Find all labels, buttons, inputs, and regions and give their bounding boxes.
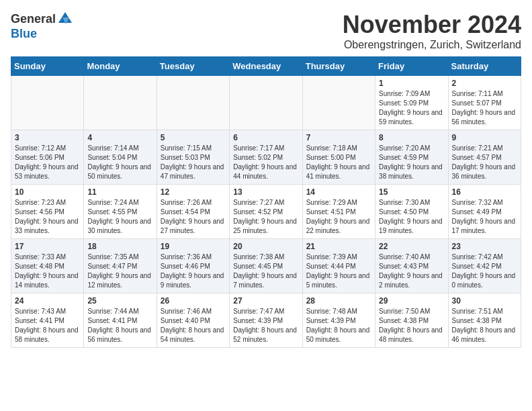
day-info: Sunrise: 7:35 AM Sunset: 4:47 PM Dayligh… <box>87 253 152 290</box>
day-number: 28 <box>306 296 371 306</box>
day-number: 4 <box>87 133 152 142</box>
day-info: Sunrise: 7:26 AM Sunset: 4:54 PM Dayligh… <box>161 198 226 236</box>
day-info: Sunrise: 7:17 AM Sunset: 5:02 PM Dayligh… <box>233 144 298 181</box>
calendar-cell <box>11 76 84 130</box>
calendar-header-row: SundayMondayTuesdayWednesdayThursdayFrid… <box>11 57 521 76</box>
weekday-header-thursday: Thursday <box>302 57 375 76</box>
calendar-cell: 1Sunrise: 7:09 AM Sunset: 5:09 PM Daylig… <box>375 76 448 130</box>
calendar-cell: 24Sunrise: 7:43 AM Sunset: 4:41 PM Dayli… <box>11 293 84 348</box>
calendar-cell: 4Sunrise: 7:14 AM Sunset: 5:04 PM Daylig… <box>84 130 157 185</box>
day-number: 21 <box>306 242 371 251</box>
day-number: 17 <box>15 242 80 251</box>
calendar-week-row: 17Sunrise: 7:33 AM Sunset: 4:48 PM Dayli… <box>11 239 521 293</box>
day-number: 25 <box>87 296 152 306</box>
day-number: 9 <box>452 133 517 142</box>
calendar-cell: 27Sunrise: 7:47 AM Sunset: 4:39 PM Dayli… <box>230 293 302 348</box>
calendar-cell: 3Sunrise: 7:12 AM Sunset: 5:06 PM Daylig… <box>11 130 84 185</box>
calendar-cell: 9Sunrise: 7:21 AM Sunset: 4:57 PM Daylig… <box>448 130 521 185</box>
day-number: 12 <box>161 187 226 197</box>
calendar-cell: 25Sunrise: 7:44 AM Sunset: 4:41 PM Dayli… <box>84 293 157 348</box>
day-number: 13 <box>233 187 298 197</box>
day-number: 10 <box>15 187 80 197</box>
day-number: 3 <box>15 133 80 142</box>
weekday-header-tuesday: Tuesday <box>157 57 229 76</box>
day-info: Sunrise: 7:38 AM Sunset: 4:45 PM Dayligh… <box>233 253 298 290</box>
calendar-cell: 7Sunrise: 7:18 AM Sunset: 5:00 PM Daylig… <box>302 130 375 185</box>
calendar-week-row: 10Sunrise: 7:23 AM Sunset: 4:56 PM Dayli… <box>11 185 521 239</box>
day-info: Sunrise: 7:20 AM Sunset: 4:59 PM Dayligh… <box>379 144 444 181</box>
weekday-header-saturday: Saturday <box>448 57 521 76</box>
weekday-header-friday: Friday <box>375 57 448 76</box>
day-info: Sunrise: 7:33 AM Sunset: 4:48 PM Dayligh… <box>15 253 80 290</box>
day-number: 14 <box>306 187 371 197</box>
day-number: 15 <box>379 187 444 197</box>
day-info: Sunrise: 7:15 AM Sunset: 5:03 PM Dayligh… <box>161 144 226 181</box>
day-number: 8 <box>379 133 444 142</box>
day-info: Sunrise: 7:09 AM Sunset: 5:09 PM Dayligh… <box>379 89 444 127</box>
day-info: Sunrise: 7:32 AM Sunset: 4:49 PM Dayligh… <box>452 198 517 236</box>
day-number: 7 <box>306 133 371 142</box>
day-info: Sunrise: 7:12 AM Sunset: 5:06 PM Dayligh… <box>15 144 80 181</box>
calendar-cell: 8Sunrise: 7:20 AM Sunset: 4:59 PM Daylig… <box>375 130 448 185</box>
page-header: General Blue November 2024 Oberengstring… <box>11 11 521 51</box>
day-number: 19 <box>161 242 226 251</box>
day-number: 23 <box>452 242 517 251</box>
day-info: Sunrise: 7:40 AM Sunset: 4:43 PM Dayligh… <box>379 253 444 290</box>
day-info: Sunrise: 7:11 AM Sunset: 5:07 PM Dayligh… <box>452 89 517 127</box>
calendar-cell: 22Sunrise: 7:40 AM Sunset: 4:43 PM Dayli… <box>375 239 448 293</box>
day-info: Sunrise: 7:23 AM Sunset: 4:56 PM Dayligh… <box>15 198 80 236</box>
calendar-cell <box>84 76 157 130</box>
calendar-cell: 17Sunrise: 7:33 AM Sunset: 4:48 PM Dayli… <box>11 239 84 293</box>
day-info: Sunrise: 7:18 AM Sunset: 5:00 PM Dayligh… <box>306 144 371 181</box>
day-number: 30 <box>452 296 517 306</box>
calendar-cell: 30Sunrise: 7:51 AM Sunset: 4:38 PM Dayli… <box>448 293 521 348</box>
calendar-table: SundayMondayTuesdayWednesdayThursdayFrid… <box>11 56 521 348</box>
day-info: Sunrise: 7:27 AM Sunset: 4:52 PM Dayligh… <box>233 198 298 236</box>
day-number: 24 <box>15 296 80 306</box>
day-info: Sunrise: 7:24 AM Sunset: 4:55 PM Dayligh… <box>87 198 152 236</box>
calendar-cell: 18Sunrise: 7:35 AM Sunset: 4:47 PM Dayli… <box>84 239 157 293</box>
day-number: 20 <box>233 242 298 251</box>
logo-general-text: General <box>11 12 56 26</box>
day-info: Sunrise: 7:36 AM Sunset: 4:46 PM Dayligh… <box>161 253 226 290</box>
logo: General Blue <box>11 11 73 41</box>
title-block: November 2024 Oberengstringen, Zurich, S… <box>343 11 521 51</box>
weekday-header-monday: Monday <box>84 57 157 76</box>
day-number: 26 <box>161 296 226 306</box>
day-number: 16 <box>452 187 517 197</box>
calendar-cell: 12Sunrise: 7:26 AM Sunset: 4:54 PM Dayli… <box>157 185 229 239</box>
calendar-cell: 23Sunrise: 7:42 AM Sunset: 4:42 PM Dayli… <box>448 239 521 293</box>
calendar-cell: 19Sunrise: 7:36 AM Sunset: 4:46 PM Dayli… <box>157 239 229 293</box>
day-number: 2 <box>452 79 517 88</box>
logo-icon <box>57 11 73 27</box>
calendar-cell: 21Sunrise: 7:39 AM Sunset: 4:44 PM Dayli… <box>302 239 375 293</box>
calendar-cell: 11Sunrise: 7:24 AM Sunset: 4:55 PM Dayli… <box>84 185 157 239</box>
day-info: Sunrise: 7:14 AM Sunset: 5:04 PM Dayligh… <box>87 144 152 181</box>
day-number: 22 <box>379 242 444 251</box>
day-info: Sunrise: 7:29 AM Sunset: 4:51 PM Dayligh… <box>306 198 371 236</box>
weekday-header-sunday: Sunday <box>11 57 84 76</box>
day-info: Sunrise: 7:47 AM Sunset: 4:39 PM Dayligh… <box>233 307 298 345</box>
calendar-cell: 6Sunrise: 7:17 AM Sunset: 5:02 PM Daylig… <box>230 130 302 185</box>
day-info: Sunrise: 7:39 AM Sunset: 4:44 PM Dayligh… <box>306 253 371 290</box>
day-number: 27 <box>233 296 298 306</box>
calendar-cell: 15Sunrise: 7:30 AM Sunset: 4:50 PM Dayli… <box>375 185 448 239</box>
day-number: 11 <box>87 187 152 197</box>
calendar-week-row: 1Sunrise: 7:09 AM Sunset: 5:09 PM Daylig… <box>11 76 521 130</box>
calendar-cell: 29Sunrise: 7:50 AM Sunset: 4:38 PM Dayli… <box>375 293 448 348</box>
day-info: Sunrise: 7:48 AM Sunset: 4:39 PM Dayligh… <box>306 307 371 345</box>
day-number: 6 <box>233 133 298 142</box>
calendar-cell: 2Sunrise: 7:11 AM Sunset: 5:07 PM Daylig… <box>448 76 521 130</box>
day-info: Sunrise: 7:21 AM Sunset: 4:57 PM Dayligh… <box>452 144 517 181</box>
day-number: 18 <box>87 242 152 251</box>
day-number: 29 <box>379 296 444 306</box>
day-info: Sunrise: 7:42 AM Sunset: 4:42 PM Dayligh… <box>452 253 517 290</box>
calendar-cell: 26Sunrise: 7:46 AM Sunset: 4:40 PM Dayli… <box>157 293 229 348</box>
calendar-cell: 10Sunrise: 7:23 AM Sunset: 4:56 PM Dayli… <box>11 185 84 239</box>
calendar-cell <box>230 76 302 130</box>
calendar-cell <box>157 76 229 130</box>
calendar-cell: 28Sunrise: 7:48 AM Sunset: 4:39 PM Dayli… <box>302 293 375 348</box>
day-info: Sunrise: 7:50 AM Sunset: 4:38 PM Dayligh… <box>379 307 444 345</box>
day-info: Sunrise: 7:51 AM Sunset: 4:38 PM Dayligh… <box>452 307 517 345</box>
calendar-cell <box>302 76 375 130</box>
